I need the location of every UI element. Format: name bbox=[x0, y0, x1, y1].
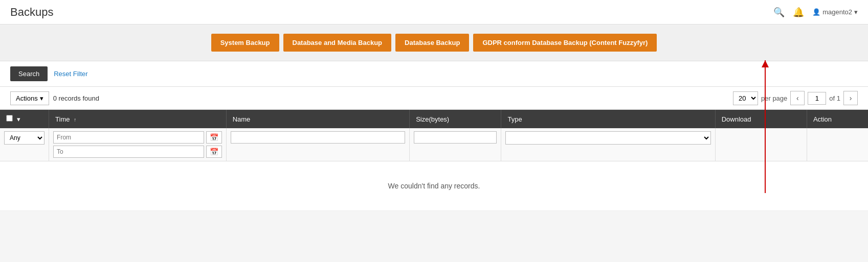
database-backup-button[interactable]: Database Backup bbox=[395, 34, 469, 52]
records-left: Actions ▾ 0 records found bbox=[10, 91, 99, 105]
user-dropdown-arrow: ▾ bbox=[854, 8, 858, 16]
filter-size-input[interactable] bbox=[414, 131, 497, 144]
filter-name-cell bbox=[226, 128, 410, 161]
table-header-row: ▾ Time ↑ Name Size(bytes) Type bbox=[0, 110, 868, 128]
header-icons: 🔍 🔔 👤 magento2 ▾ bbox=[773, 7, 858, 18]
filter-action-cell bbox=[807, 128, 868, 161]
th-name-label: Name bbox=[233, 115, 251, 123]
th-time-label: Time bbox=[55, 115, 70, 123]
search-button[interactable]: Search bbox=[10, 66, 48, 81]
filter-from-row: 📅 bbox=[53, 131, 222, 144]
page-number-input[interactable] bbox=[808, 92, 826, 105]
reset-filter-link[interactable]: Reset Filter bbox=[54, 70, 87, 78]
data-table: ▾ Time ↑ Name Size(bytes) Type bbox=[0, 110, 868, 211]
system-backup-button[interactable]: System Backup bbox=[211, 34, 279, 52]
filter-to-input[interactable] bbox=[53, 146, 204, 158]
page-title: Backups bbox=[10, 6, 53, 19]
actions-button[interactable]: Actions ▾ bbox=[10, 91, 49, 105]
filter-to-calendar-btn[interactable]: 📅 bbox=[206, 146, 222, 158]
user-menu[interactable]: 👤 magento2 ▾ bbox=[812, 8, 858, 16]
th-size-label: Size(bytes) bbox=[416, 115, 449, 123]
per-page-label: per page bbox=[761, 94, 787, 102]
filter-size-cell bbox=[410, 128, 501, 161]
select-all-checkbox[interactable] bbox=[6, 115, 13, 122]
filter-date-wrap: 📅 📅 bbox=[53, 131, 222, 158]
prev-page-button[interactable]: ‹ bbox=[790, 91, 805, 105]
pagination-controls: 20 30 50 per page ‹ of 1 › bbox=[733, 91, 858, 105]
th-download-label: Download bbox=[722, 115, 751, 123]
top-header: Backups 🔍 🔔 👤 magento2 ▾ bbox=[0, 0, 868, 25]
th-download: Download bbox=[715, 110, 807, 128]
filter-download-cell bbox=[715, 128, 807, 161]
th-action-label: Action bbox=[813, 115, 832, 123]
th-type: Type bbox=[501, 110, 715, 128]
actions-arrow: ▾ bbox=[40, 94, 43, 102]
th-size: Size(bytes) bbox=[410, 110, 501, 128]
filter-type-cell bbox=[501, 128, 715, 161]
th-time[interactable]: Time ↑ bbox=[49, 110, 227, 128]
empty-message: We couldn't find any records. bbox=[0, 161, 868, 211]
page-of-label: of 1 bbox=[829, 94, 840, 102]
filter-any-select[interactable]: Any Yes No bbox=[4, 131, 44, 145]
records-count: 0 records found bbox=[53, 94, 99, 102]
main-content: Search Reset Filter Actions ▾ 0 records … bbox=[0, 61, 868, 211]
filter-to-row: 📅 bbox=[53, 146, 222, 158]
th-name: Name bbox=[226, 110, 410, 128]
empty-row: We couldn't find any records. bbox=[0, 161, 868, 211]
th-action: Action bbox=[807, 110, 868, 128]
search-icon[interactable]: 🔍 bbox=[773, 7, 785, 18]
filter-row: Any Yes No 📅 bbox=[0, 128, 868, 161]
th-type-label: Type bbox=[507, 115, 522, 123]
filter-time-cell: 📅 📅 bbox=[49, 128, 227, 161]
database-media-backup-button[interactable]: Database and Media Backup bbox=[283, 34, 392, 52]
sort-icon: ↑ bbox=[74, 117, 76, 123]
next-page-button[interactable]: › bbox=[843, 91, 858, 105]
checkbox-dropdown-icon[interactable]: ▾ bbox=[17, 115, 20, 123]
per-page-select[interactable]: 20 30 50 bbox=[733, 91, 758, 105]
search-bar: Search Reset Filter bbox=[0, 61, 868, 87]
filter-checkbox-cell: Any Yes No bbox=[0, 128, 49, 161]
username-label: magento2 bbox=[822, 8, 852, 16]
gdpr-backup-button[interactable]: GDPR conform Database Backup (Content Fu… bbox=[473, 34, 657, 52]
filter-from-input[interactable] bbox=[53, 131, 204, 144]
user-icon: 👤 bbox=[812, 8, 820, 16]
th-checkbox: ▾ bbox=[0, 110, 49, 128]
actions-label: Actions bbox=[16, 94, 38, 102]
bell-icon[interactable]: 🔔 bbox=[793, 7, 804, 18]
action-buttons-bar: System Backup Database and Media Backup … bbox=[0, 25, 868, 61]
filter-from-calendar-btn[interactable]: 📅 bbox=[206, 131, 222, 144]
records-bar: Actions ▾ 0 records found 20 30 50 per p… bbox=[0, 87, 868, 110]
filter-name-input[interactable] bbox=[231, 131, 406, 144]
filter-type-select[interactable] bbox=[505, 131, 710, 145]
